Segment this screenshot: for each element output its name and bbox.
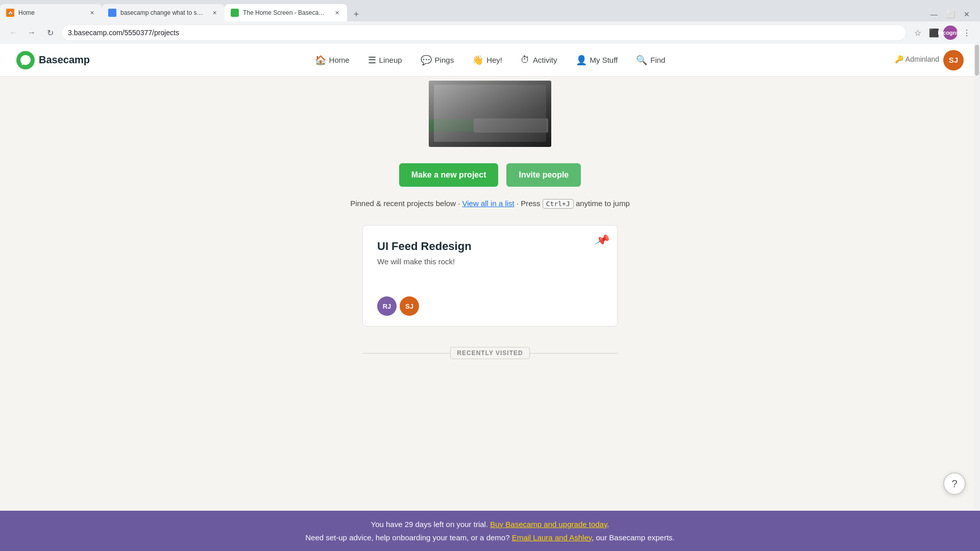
new-project-button[interactable]: Make a new project bbox=[399, 163, 499, 187]
project-avatars: RJ SJ bbox=[377, 296, 603, 316]
nav-home[interactable]: 🏠 Home bbox=[308, 51, 357, 70]
address-text: 3.basecamp.com/5550377/projects bbox=[68, 29, 900, 37]
nav-mystuff-label: My Stuff bbox=[590, 56, 618, 64]
hey-nav-icon: 👋 bbox=[472, 55, 483, 66]
activity-nav-icon: ⏱ bbox=[521, 55, 530, 65]
back-button[interactable]: ← bbox=[6, 26, 20, 40]
info-prefix: Pinned & recent projects below · bbox=[350, 199, 462, 208]
find-nav-icon: 🔍 bbox=[636, 55, 647, 66]
divider-line-right bbox=[530, 353, 618, 354]
avatar-sj-initials: SJ bbox=[405, 303, 413, 310]
nav-hey[interactable]: 👋 Hey! bbox=[465, 51, 509, 70]
nav-home-label: Home bbox=[329, 56, 350, 64]
nav-mystuff[interactable]: 👤 My Stuff bbox=[569, 51, 625, 70]
tab-favicon-1: 🏠 bbox=[6, 9, 14, 17]
browser-toolbar: ← → ↻ 3.basecamp.com/5550377/projects ☆ … bbox=[0, 21, 980, 44]
adminland-text: Adminland bbox=[905, 55, 939, 63]
recently-visited-section: RECENTLY VISITED bbox=[362, 347, 618, 359]
toolbar-actions: ☆ ⬛ Incognito ⋮ bbox=[911, 26, 974, 40]
nav-lineup-label: Lineup bbox=[379, 56, 402, 64]
chrome-user-avatar[interactable]: Incognito bbox=[943, 26, 958, 40]
lineup-nav-icon: ☰ bbox=[368, 55, 376, 66]
help-icon: ? bbox=[951, 478, 957, 490]
tab-bar: 🏠 Home ✕ basecamp change what to sho... … bbox=[0, 0, 980, 21]
nav-hey-label: Hey! bbox=[486, 56, 502, 64]
mystuff-nav-icon: 👤 bbox=[576, 55, 587, 66]
trial-text2-prefix: Need set-up advice, help onboarding your… bbox=[305, 533, 511, 542]
tab-close-2[interactable]: ✕ bbox=[210, 9, 218, 17]
main-content: Make a new project Invite people Pinned … bbox=[0, 77, 980, 380]
info-mid: · Press bbox=[514, 199, 543, 208]
help-button[interactable]: ? bbox=[943, 472, 966, 495]
logo-text: Basecamp bbox=[39, 54, 90, 66]
nav-lineup[interactable]: ☰ Lineup bbox=[361, 51, 409, 70]
tab-title-3: The Home Screen - Basecamp H... bbox=[243, 9, 329, 16]
tab-close-1[interactable]: ✕ bbox=[88, 9, 96, 17]
app-nav: Basecamp 🏠 Home ☰ Lineup 💬 Pings 👋 Hey! … bbox=[0, 44, 980, 77]
avatar-rj: RJ bbox=[377, 296, 397, 316]
forward-button[interactable]: → bbox=[24, 26, 39, 40]
scrollbar-thumb[interactable] bbox=[975, 45, 979, 76]
extensions-icon[interactable]: ⋮ bbox=[960, 26, 974, 40]
recently-visited-divider: RECENTLY VISITED bbox=[362, 347, 618, 359]
tab-favicon-3 bbox=[231, 9, 239, 17]
trial-banner: You have 29 days left on your trial. Buy… bbox=[0, 511, 980, 551]
adminland-icon: 🔑 bbox=[895, 55, 903, 63]
info-text: Pinned & recent projects below · View al… bbox=[350, 199, 630, 209]
keyboard-shortcut: Ctrl+J bbox=[543, 199, 574, 209]
trial-banner-line2: Need set-up advice, help onboarding your… bbox=[12, 531, 968, 544]
app: Basecamp 🏠 Home ☰ Lineup 💬 Pings 👋 Hey! … bbox=[0, 44, 980, 551]
user-avatar[interactable]: SJ bbox=[943, 50, 964, 70]
browser-chrome: 🏠 Home ✕ basecamp change what to sho... … bbox=[0, 0, 980, 44]
scrollbar[interactable] bbox=[974, 44, 980, 551]
trial-text-prefix: You have 29 days left on your trial. bbox=[371, 520, 491, 529]
minimize-btn[interactable]: — bbox=[927, 7, 941, 21]
bookmark-icon[interactable]: ☆ bbox=[911, 26, 925, 40]
browser-tab-3[interactable]: The Home Screen - Basecamp H... ✕ bbox=[225, 4, 347, 21]
address-bar[interactable]: 3.basecamp.com/5550377/projects bbox=[61, 24, 906, 41]
nav-activity-label: Activity bbox=[533, 56, 557, 64]
new-tab-button[interactable]: + bbox=[349, 7, 363, 21]
trial-text-suffix: , our Basecamp experts. bbox=[592, 533, 675, 542]
browser-tab-2[interactable]: basecamp change what to sho... ✕ bbox=[102, 4, 225, 21]
user-initials: SJ bbox=[949, 56, 958, 64]
nav-links: 🏠 Home ☰ Lineup 💬 Pings 👋 Hey! ⏱ Activit… bbox=[308, 51, 673, 70]
project-card[interactable]: 📌 UI Feed Redesign We will make this roc… bbox=[362, 225, 618, 327]
tab-title-2: basecamp change what to sho... bbox=[120, 9, 206, 16]
tab-close-3[interactable]: ✕ bbox=[333, 9, 341, 17]
refresh-button[interactable]: ↻ bbox=[43, 26, 57, 40]
divider-line-left bbox=[362, 353, 450, 354]
nav-find[interactable]: 🔍 Find bbox=[629, 51, 672, 70]
hero-image bbox=[429, 81, 551, 147]
upgrade-link[interactable]: Buy Basecamp and upgrade today bbox=[490, 520, 607, 529]
nav-activity[interactable]: ⏱ Activity bbox=[513, 51, 565, 69]
project-description: We will make this rock! bbox=[377, 257, 603, 266]
avatar-rj-initials: RJ bbox=[383, 303, 391, 310]
projects-section: 📌 UI Feed Redesign We will make this roc… bbox=[362, 225, 618, 327]
nav-find-label: Find bbox=[650, 56, 665, 64]
action-buttons: Make a new project Invite people bbox=[399, 163, 581, 187]
tab-favicon-2 bbox=[108, 9, 116, 17]
home-nav-icon: 🏠 bbox=[315, 55, 326, 66]
hero-image-container bbox=[429, 77, 551, 147]
trial-text-mid: . bbox=[607, 520, 609, 529]
logo[interactable]: Basecamp bbox=[16, 51, 90, 69]
maximize-btn[interactable]: ⬜ bbox=[943, 7, 958, 21]
trial-banner-line1: You have 29 days left on your trial. Buy… bbox=[12, 518, 968, 531]
recently-visited-label: RECENTLY VISITED bbox=[450, 347, 529, 359]
view-all-link[interactable]: View all in a list bbox=[462, 199, 514, 208]
nav-pings-label: Pings bbox=[435, 56, 454, 64]
browser-tab-1[interactable]: 🏠 Home ✕ bbox=[0, 4, 102, 21]
adminland-link[interactable]: 🔑 Adminland bbox=[895, 55, 939, 63]
info-suffix: anytime to jump bbox=[574, 199, 630, 208]
project-title: UI Feed Redesign bbox=[377, 240, 603, 253]
close-window-btn[interactable]: ✕ bbox=[960, 7, 974, 21]
logo-icon bbox=[16, 51, 35, 69]
avatar-sj: SJ bbox=[400, 296, 419, 316]
tab-title-1: Home bbox=[18, 9, 84, 16]
hero-photo-inner bbox=[434, 85, 546, 142]
email-link[interactable]: Email Laura and Ashley bbox=[512, 533, 592, 542]
invite-people-button[interactable]: Invite people bbox=[506, 163, 581, 187]
pings-nav-icon: 💬 bbox=[421, 55, 432, 66]
nav-pings[interactable]: 💬 Pings bbox=[413, 51, 461, 70]
